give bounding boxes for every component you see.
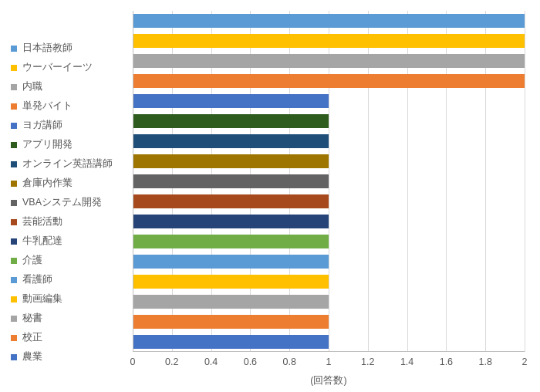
legend-item: ウーバーイーツ xyxy=(11,58,119,77)
legend-label: 農業 xyxy=(22,347,42,367)
x-tick-label: 0 xyxy=(130,357,136,367)
x-ticks: 00.20.40.60.811.21.41.61.82 xyxy=(133,357,525,370)
legend-item: 内職 xyxy=(11,77,119,96)
legend-item: 芸能活動 xyxy=(11,212,119,231)
legend-item: 秘書 xyxy=(11,309,119,328)
x-axis-label: (回答数) xyxy=(133,374,525,387)
legend-item: 単発バイト xyxy=(11,96,119,116)
legend-item: 牛乳配達 xyxy=(11,231,119,251)
legend-label: 看護師 xyxy=(22,270,52,289)
x-tick-label: 0.6 xyxy=(244,357,257,367)
legend-label: 牛乳配達 xyxy=(22,231,62,251)
legend-swatch xyxy=(11,142,17,148)
legend-label: ウーバーイーツ xyxy=(22,58,93,77)
legend-swatch xyxy=(11,296,17,302)
legend-label: 芸能活動 xyxy=(22,212,62,231)
legend-label: VBAシステム開発 xyxy=(22,193,102,212)
legend-item: オンライン英語講師 xyxy=(11,154,119,174)
legend-swatch xyxy=(11,46,17,52)
legend-item: VBAシステム開発 xyxy=(11,193,119,212)
grid-line xyxy=(525,11,525,352)
legend-label: 単発バイト xyxy=(22,96,73,116)
bar xyxy=(133,114,329,128)
x-tick-label: 1 xyxy=(326,357,332,367)
legend-swatch xyxy=(11,219,17,225)
legend-label: ヨガ講師 xyxy=(22,116,62,135)
bar xyxy=(133,134,329,148)
x-tick-label: 2 xyxy=(522,357,528,367)
x-tick-label: 0.8 xyxy=(282,357,295,367)
legend-label: 内職 xyxy=(22,77,42,96)
legend-label: 動画編集 xyxy=(22,289,62,309)
legend-item: 看護師 xyxy=(11,270,119,289)
legend-swatch xyxy=(11,123,17,129)
legend-item: 校正 xyxy=(11,328,119,347)
legend-item: ヨガ講師 xyxy=(11,116,119,135)
legend-swatch xyxy=(11,258,17,264)
legend-swatch xyxy=(11,65,17,71)
legend: 日本語教師ウーバーイーツ内職単発バイトヨガ講師アプリ開発オンライン英語講師倉庫内… xyxy=(11,39,119,367)
bar-chart: 日本語教師ウーバーイーツ内職単発バイトヨガ講師アプリ開発オンライン英語講師倉庫内… xyxy=(0,0,540,392)
bar xyxy=(133,74,525,88)
legend-swatch xyxy=(11,335,17,341)
x-tick-label: 1.4 xyxy=(400,357,413,367)
legend-item: 日本語教師 xyxy=(11,39,119,58)
x-axis-line xyxy=(133,351,525,352)
legend-swatch xyxy=(11,238,17,245)
legend-label: 校正 xyxy=(22,328,42,347)
legend-swatch xyxy=(11,354,17,360)
legend-item: アプリ開発 xyxy=(11,135,119,154)
legend-swatch xyxy=(11,277,17,283)
legend-swatch xyxy=(11,103,17,110)
bar xyxy=(133,235,329,248)
bar xyxy=(133,14,525,28)
legend-item: 介護 xyxy=(11,251,119,270)
legend-item: 倉庫内作業 xyxy=(11,174,119,193)
bar xyxy=(133,154,329,168)
x-tick-label: 0.4 xyxy=(204,357,218,367)
legend-item: 動画編集 xyxy=(11,289,119,309)
legend-swatch xyxy=(11,84,17,90)
legend-swatch xyxy=(11,161,17,167)
bar xyxy=(133,315,329,329)
bar xyxy=(133,295,329,309)
legend-label: 介護 xyxy=(22,251,42,270)
legend-label: アプリ開発 xyxy=(22,135,73,154)
legend-label: 日本語教師 xyxy=(22,39,73,58)
bar xyxy=(133,34,525,48)
legend-swatch xyxy=(11,316,17,322)
bar xyxy=(133,335,329,349)
legend-label: オンライン英語講師 xyxy=(22,154,113,174)
bar xyxy=(133,94,329,108)
x-tick-label: 0.2 xyxy=(165,357,178,367)
legend-swatch xyxy=(11,200,17,206)
bar xyxy=(133,174,329,188)
y-axis-line xyxy=(133,11,133,352)
legend-item: 農業 xyxy=(11,347,119,367)
x-tick-label: 1.2 xyxy=(361,357,374,367)
plot-area xyxy=(133,11,525,352)
bar xyxy=(133,275,329,289)
bars xyxy=(133,11,525,352)
bar xyxy=(133,194,329,208)
legend-swatch xyxy=(11,181,17,187)
x-tick-label: 1.6 xyxy=(440,357,453,367)
bar xyxy=(133,215,329,228)
x-tick-label: 1.8 xyxy=(478,357,491,367)
legend-label: 倉庫内作業 xyxy=(22,174,73,193)
bar xyxy=(133,54,525,68)
bar xyxy=(133,255,329,269)
legend-label: 秘書 xyxy=(22,309,42,328)
